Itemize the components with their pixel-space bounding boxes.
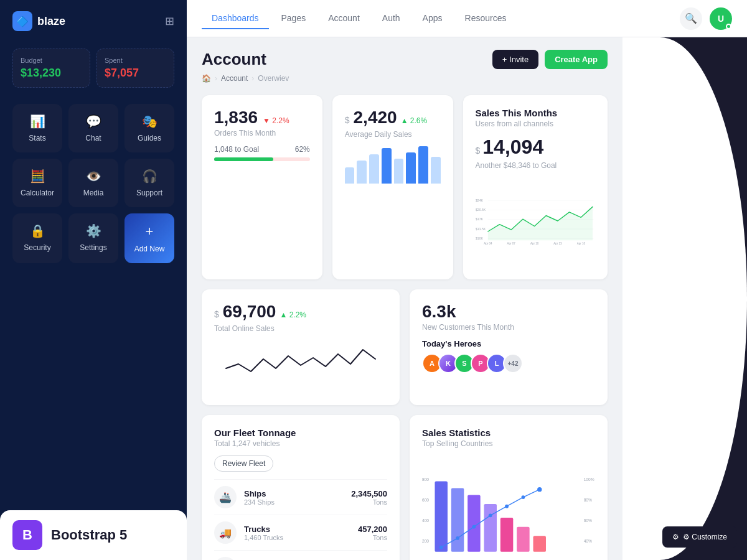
svg-rect-24: [500, 518, 513, 552]
breadcrumb-home[interactable]: 🏠: [202, 74, 211, 83]
heroes-section: Today's Heroes A K S P L +42: [422, 339, 595, 373]
svg-rect-20: [435, 481, 447, 551]
ships-info: Ships 234 Ships: [244, 489, 275, 506]
svg-text:100%: 100%: [584, 477, 594, 482]
guides-label: Guides: [138, 134, 161, 142]
fleet-card: Our Fleet Tonnage Total 1,247 vehicles R…: [202, 415, 400, 560]
sidebar: 🔷 blaze ⊞ Budget $13,230 Spent $7,057 📊 …: [0, 0, 187, 560]
sidebar-item-support[interactable]: 🎧 Support: [125, 159, 174, 207]
svg-text:200: 200: [422, 539, 429, 543]
avg-number: 2,420: [354, 108, 397, 128]
svg-point-37: [537, 487, 542, 492]
svg-point-31: [439, 546, 443, 549]
bootstrap-badge: B Bootstrap 5: [0, 510, 187, 560]
customers-number: 6.3k: [422, 302, 595, 322]
tab-pages[interactable]: Pages: [271, 8, 316, 29]
sidebar-item-chat[interactable]: 💬 Chat: [68, 104, 118, 152]
svg-text:$13.5K: $13.5K: [476, 227, 486, 231]
breadcrumb-current: Overwiev: [258, 74, 289, 83]
search-button[interactable]: 🔍: [680, 7, 702, 30]
tab-resources[interactable]: Resources: [455, 8, 517, 29]
tab-dashboards[interactable]: Dashboards: [202, 8, 269, 29]
breadcrumb-account[interactable]: Account: [221, 74, 248, 83]
planes-icon: ✈️: [214, 557, 237, 560]
second-stats-row: $ 69,700 ▲ 2.2% Total Online Sales 6.3k …: [202, 289, 608, 405]
menu-icon[interactable]: ⊞: [165, 14, 174, 28]
spent-card: Spent $7,057: [96, 49, 174, 88]
sidebar-item-media[interactable]: 👁️ Media: [68, 159, 118, 207]
main-area: Dashboards Pages Account Auth Apps Resou…: [187, 0, 747, 560]
tab-apps[interactable]: Apps: [413, 8, 453, 29]
logo-icon: 🔷: [12, 11, 32, 31]
settings-label: Settings: [80, 243, 106, 252]
total-badge: ▲ 2.2%: [280, 310, 306, 319]
user-avatar[interactable]: U: [710, 7, 732, 30]
avg-label: Average Daily Sales: [345, 130, 441, 139]
budget-value: $13,230: [21, 67, 82, 80]
support-label: Support: [136, 189, 162, 197]
sidebar-item-settings[interactable]: ⚙️ Settings: [68, 213, 118, 263]
panel-curve: [622, 37, 747, 560]
svg-point-36: [521, 495, 525, 499]
sidebar-item-stats[interactable]: 📊 Stats: [12, 104, 62, 152]
sales-month-card: Sales This Months Users from all channel…: [463, 95, 608, 279]
svg-text:40%: 40%: [584, 539, 592, 543]
logo-text: blaze: [37, 15, 65, 28]
guides-icon: 🎭: [142, 114, 157, 129]
ships-icon: 🚢: [214, 486, 237, 508]
tab-account[interactable]: Account: [318, 8, 370, 29]
total-number: 69,700: [223, 302, 276, 322]
progress-fill: [214, 157, 273, 161]
sidebar-item-calculator[interactable]: 🧮 Calculator: [12, 159, 62, 207]
sales-stats-subtitle: Top Selling Countries: [422, 439, 595, 448]
security-icon: 🔒: [30, 223, 45, 238]
dashboard: Account + Invite Create App 🏠 › Account …: [187, 37, 622, 560]
bootstrap-icon: B: [12, 520, 42, 550]
svg-point-33: [472, 525, 476, 529]
fleet-item-trucks: 🚚 Trucks 1,460 Trucks 457,200 Tons: [214, 515, 387, 550]
sidebar-item-guides[interactable]: 🎭 Guides: [125, 104, 174, 152]
svg-text:60%: 60%: [584, 518, 592, 523]
budget-row: Budget $13,230 Spent $7,057: [0, 42, 187, 98]
invite-button[interactable]: + Invite: [492, 50, 538, 69]
svg-point-34: [489, 513, 492, 517]
bottom-grid: Our Fleet Tonnage Total 1,247 vehicles R…: [202, 415, 608, 560]
svg-text:800: 800: [422, 477, 429, 482]
svg-text:600: 600: [422, 498, 429, 502]
review-fleet-button[interactable]: Review Fleet: [214, 455, 273, 472]
fleet-item-planes: ✈️ Planes 8 Aircrafts 1,240 Tons: [214, 550, 387, 560]
budget-card: Budget $13,230: [12, 49, 90, 88]
svg-text:$17K: $17K: [476, 217, 483, 221]
chat-icon: 💬: [86, 114, 101, 129]
bar-3: [369, 154, 379, 184]
security-label: Security: [24, 243, 50, 252]
orders-number: 1,836: [214, 108, 258, 128]
avg-prefix: $: [345, 115, 350, 125]
orders-badge: ▼ 2.2%: [263, 116, 289, 125]
media-label: Media: [83, 189, 104, 197]
heroes-avatars: A K S P L +42: [422, 353, 595, 373]
page-title: Account: [202, 50, 266, 69]
online-indicator: [726, 24, 731, 29]
bar-7: [418, 146, 428, 184]
chat-label: Chat: [85, 134, 101, 142]
media-icon: 👁️: [86, 169, 101, 184]
svg-rect-23: [484, 504, 496, 552]
logo-area: 🔷 blaze: [12, 11, 65, 31]
sidebar-item-security[interactable]: 🔒 Security: [12, 213, 62, 263]
stats-icon: 📊: [30, 114, 45, 129]
sales-stats-title: Sales Statistics: [422, 427, 595, 438]
svg-text:$10K: $10K: [476, 236, 483, 240]
avatar-initial: U: [718, 14, 724, 24]
customize-label: ⚙ Customize: [683, 533, 727, 541]
sidebar-item-add-new[interactable]: + Add New: [125, 213, 174, 263]
progress-row: 1,048 to Goal 62%: [214, 145, 310, 154]
bar-chart: [345, 146, 441, 184]
sidebar-header: 🔷 blaze ⊞: [0, 0, 187, 42]
svg-text:Apr 10: Apr 10: [530, 243, 538, 246]
sales-month-subtitle: Users from all channels: [476, 119, 596, 128]
tab-auth[interactable]: Auth: [372, 8, 410, 29]
create-app-button[interactable]: Create App: [545, 50, 608, 69]
budget-label: Budget: [21, 57, 82, 64]
customize-button[interactable]: ⚙ ⚙ Customize: [662, 526, 737, 548]
